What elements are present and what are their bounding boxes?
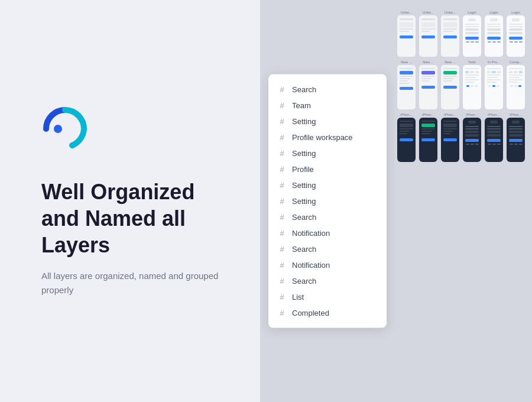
layer-label: Completed (292, 309, 329, 317)
card-label: Login (468, 11, 476, 14)
card-col-8: New ... (419, 60, 437, 109)
card-label: Unbo... (445, 11, 456, 14)
card-frame (419, 65, 437, 109)
card-frame (463, 15, 481, 57)
layer-label: Search (292, 245, 316, 254)
card-frame (463, 118, 481, 162)
hash-icon: # (278, 213, 286, 222)
layer-item-notification2[interactable]: # Notification (268, 257, 387, 273)
main-heading: Well Organized and Named all Layers (41, 179, 225, 258)
layer-item-profile-workspace[interactable]: # Profile workspace (268, 129, 387, 145)
card-frame (441, 15, 459, 57)
layer-label: Notification (292, 229, 330, 238)
card-label: iPhon... (400, 113, 412, 116)
hash-icon: # (278, 261, 286, 270)
layer-item-setting4[interactable]: # Setting (268, 193, 387, 209)
layer-label: Setting (292, 117, 316, 126)
layer-item-setting2[interactable]: # Setting (268, 145, 387, 161)
hash-icon: # (278, 293, 286, 302)
card-col-11: In Pro... (485, 60, 503, 109)
card-label: Comp... (510, 60, 522, 64)
card-frame (397, 15, 416, 57)
layer-item-search1[interactable]: # Search (268, 82, 387, 98)
layer-label: Setting (292, 149, 316, 158)
card-col-16: iPhon... (463, 113, 481, 162)
hash-icon: # (278, 309, 286, 317)
hash-icon: # (278, 197, 286, 206)
layer-label: Setting (292, 197, 316, 206)
card-label: Unbo... (423, 11, 434, 14)
canvas-grid: Unbo... Unbo... (390, 0, 532, 402)
card-frame (419, 15, 437, 57)
card-frame (485, 65, 503, 109)
card-col-6: Login (507, 11, 525, 57)
card-frame (485, 118, 503, 162)
layer-item-profile[interactable]: # Profile (268, 161, 387, 177)
card-col-12: Comp... (507, 60, 525, 109)
layer-label: Profile workspace (292, 133, 353, 142)
card-label: iPhon... (488, 113, 499, 116)
card-label: Login (511, 11, 520, 14)
card-frame (441, 118, 459, 162)
left-panel: Well Organized and Named all Layers All … (0, 70, 260, 333)
hash-icon: # (278, 181, 286, 190)
layer-item-search2[interactable]: # Search (268, 209, 387, 225)
card-label: New ... (401, 60, 412, 64)
hash-icon: # (278, 165, 286, 174)
canvas-row-2: New ... New ... (397, 60, 525, 109)
card-col-2: Unbo... (419, 11, 437, 57)
card-label: Login (489, 11, 498, 14)
layer-panel: # Search # Team # Setting # Profile work… (268, 74, 387, 328)
right-panel: # Search # Team # Setting # Profile work… (260, 0, 532, 402)
card-label: iPhon... (444, 113, 456, 116)
hash-icon: # (278, 101, 286, 110)
card-label: iPhon... (422, 113, 434, 116)
card-col-7: New ... (397, 60, 416, 109)
card-col-18: iPhon... (507, 113, 525, 162)
card-col-10: Todo (463, 60, 481, 109)
card-label: New ... (445, 60, 456, 64)
layer-label: Search (292, 277, 316, 286)
canvas-row-1: Unbo... Unbo... (397, 11, 525, 57)
layer-item-search3[interactable]: # Search (268, 241, 387, 257)
layer-item-list[interactable]: # List (268, 289, 387, 305)
card-frame (507, 118, 525, 162)
layer-item-setting1[interactable]: # Setting (268, 114, 387, 129)
layer-label: Search (292, 213, 316, 222)
card-col-17: iPhon... (485, 113, 503, 162)
layer-label: Notification (292, 261, 330, 270)
card-frame (507, 65, 525, 109)
page-wrapper: Well Organized and Named all Layers All … (0, 0, 532, 402)
hash-icon: # (278, 85, 286, 94)
card-label: iPhon... (466, 113, 478, 116)
layer-item-setting3[interactable]: # Setting (268, 177, 387, 193)
layer-label: Search (292, 85, 316, 94)
layer-label: Profile (292, 165, 314, 174)
card-label: New ... (423, 60, 434, 64)
card-frame (485, 15, 503, 57)
layer-item-team[interactable]: # Team (268, 98, 387, 114)
svg-point-0 (54, 125, 62, 133)
hash-icon: # (278, 133, 286, 142)
card-frame (397, 118, 416, 162)
layer-label: Team (292, 101, 311, 110)
layer-item-notification1[interactable]: # Notification (268, 225, 387, 241)
canvas-row-3: iPhon... iPhon... (397, 113, 525, 162)
card-frame (397, 65, 416, 109)
card-frame (463, 65, 481, 109)
card-col-14: iPhon... (419, 113, 437, 162)
card-col-1: Unbo... (397, 11, 416, 57)
layer-item-completed[interactable]: # Completed (268, 305, 387, 321)
logo-container (41, 105, 225, 155)
card-col-15: iPhon... (441, 113, 459, 162)
layer-item-search4[interactable]: # Search (268, 273, 387, 289)
card-label: Unbo... (401, 11, 412, 14)
card-col-3: Unbo... (441, 11, 459, 57)
layer-label: Setting (292, 181, 316, 190)
card-col-9: New ... (441, 60, 459, 109)
layer-label: List (292, 293, 304, 302)
card-frame (507, 15, 525, 57)
card-frame (441, 65, 459, 109)
card-col-4: Login (463, 11, 481, 57)
hash-icon: # (278, 277, 286, 286)
